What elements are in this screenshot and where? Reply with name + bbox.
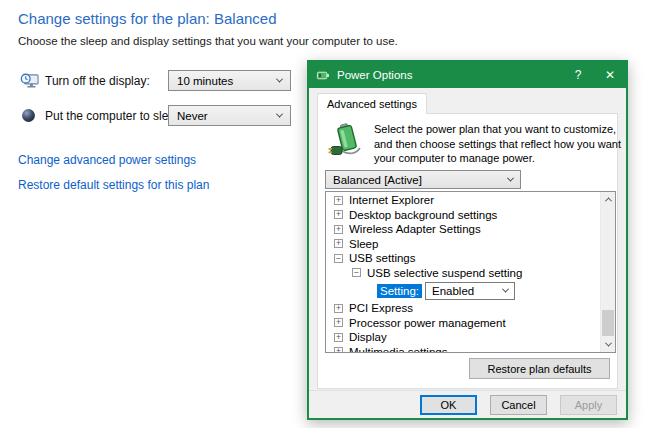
tree-item-label: Multimedia settings [349, 346, 447, 353]
screen: Change settings for the plan: Balanced C… [0, 0, 650, 428]
expand-icon[interactable]: + [334, 318, 343, 327]
display-timeout-select[interactable]: 10 minutes [168, 70, 291, 91]
apply-button[interactable]: Apply [560, 395, 617, 415]
page-subtitle: Choose the sleep and display settings th… [18, 35, 398, 47]
expand-icon[interactable]: + [334, 333, 343, 342]
dialog-titlebar[interactable]: Power Options ? ✕ [309, 62, 626, 88]
scroll-down-button[interactable] [601, 337, 616, 352]
scrollbar-thumb[interactable] [602, 310, 614, 336]
tree-item-label: Processor power management [349, 317, 506, 329]
scrollbar[interactable] [600, 192, 615, 352]
sleep-timeout-label: Put the computer to sleep: [45, 109, 185, 123]
tree-item-wireless-adapter[interactable]: + Wireless Adapter Settings [326, 222, 600, 237]
sleep-timeout-row: Put the computer to sleep: Never [0, 105, 300, 127]
expand-icon[interactable]: + [334, 225, 343, 234]
sleep-timeout-select[interactable]: Never [168, 105, 291, 126]
sleep-icon [20, 107, 39, 125]
power-plan-value: Balanced [Active] [333, 174, 422, 186]
restore-default-settings-link[interactable]: Restore default settings for this plan [18, 178, 209, 192]
setting-label-selected[interactable]: Setting: [377, 284, 422, 298]
display-clock-icon [20, 72, 39, 90]
collapse-icon[interactable]: − [352, 268, 361, 277]
expand-icon[interactable]: + [334, 347, 343, 353]
expand-icon[interactable]: + [334, 239, 343, 248]
tree-item-usb-settings[interactable]: − USB settings [326, 251, 600, 266]
ok-button[interactable]: OK [420, 395, 477, 415]
tree-item-label: Sleep [349, 238, 378, 250]
scroll-up-button[interactable] [601, 192, 616, 207]
cancel-button[interactable]: Cancel [490, 395, 547, 415]
tree-item-internet-explorer[interactable]: + Internet Explorer [326, 193, 600, 208]
tree-item-label: Wireless Adapter Settings [349, 223, 481, 235]
dialog-button-bar: OK Cancel Apply [309, 390, 626, 418]
tree-item-multimedia-settings[interactable]: + Multimedia settings [326, 345, 600, 354]
chevron-down-icon [605, 340, 612, 347]
tree-item-label: Internet Explorer [349, 194, 434, 206]
tree-item-sleep[interactable]: + Sleep [326, 237, 600, 252]
chevron-down-icon [276, 76, 283, 83]
tree-item-setting: Setting: Enabled [326, 280, 600, 301]
chevron-down-icon [502, 286, 509, 293]
tree-item-pci-express[interactable]: + PCI Express [326, 301, 600, 316]
tree-item-display[interactable]: + Display [326, 330, 600, 345]
power-plan-select[interactable]: Balanced [Active] [325, 170, 521, 189]
setting-value-select[interactable]: Enabled [425, 282, 515, 300]
chevron-up-icon [605, 197, 612, 204]
restore-plan-defaults-button[interactable]: Restore plan defaults [469, 358, 610, 379]
setting-value: Enabled [432, 285, 474, 297]
display-timeout-label: Turn off the display: [45, 74, 150, 88]
close-button[interactable]: ✕ [594, 62, 626, 88]
tree-item-label: USB selective suspend setting [367, 267, 522, 279]
display-timeout-value: 10 minutes [177, 75, 233, 87]
expand-icon[interactable]: + [334, 304, 343, 313]
tree-item-desktop-background[interactable]: + Desktop background settings [326, 208, 600, 223]
expand-icon[interactable]: + [334, 210, 343, 219]
expand-icon[interactable]: + [334, 196, 343, 205]
battery-plug-icon [328, 122, 364, 160]
display-timeout-row: Turn off the display: 10 minutes [0, 70, 300, 92]
collapse-icon[interactable]: − [334, 254, 343, 263]
tree-item-label: PCI Express [349, 302, 413, 314]
page-title: Change settings for the plan: Balanced [18, 10, 277, 27]
tree-item-label: Display [349, 331, 387, 343]
settings-tree: + Internet Explorer + Desktop background… [325, 191, 616, 353]
power-options-dialog: Power Options ? ✕ Advanced settings [307, 60, 628, 420]
tab-advanced-settings[interactable]: Advanced settings [317, 93, 427, 114]
dialog-description: Select the power plan that you want to c… [374, 122, 626, 166]
tree-item-usb-selective-suspend[interactable]: − USB selective suspend setting [326, 266, 600, 281]
tree-item-label: USB settings [349, 252, 415, 264]
chevron-down-icon [507, 175, 514, 182]
chevron-down-icon [276, 111, 283, 118]
advanced-settings-panel: Select the power plan that you want to c… [317, 113, 618, 389]
power-options-icon [316, 68, 331, 83]
tree-item-processor-power-management[interactable]: + Processor power management [326, 316, 600, 331]
dialog-title: Power Options [337, 69, 412, 81]
help-button[interactable]: ? [562, 62, 594, 88]
sleep-timeout-value: Never [177, 110, 208, 122]
dialog-intro: Select the power plan that you want to c… [328, 122, 626, 166]
tree-item-label: Desktop background settings [349, 209, 497, 221]
change-advanced-power-settings-link[interactable]: Change advanced power settings [18, 153, 196, 167]
